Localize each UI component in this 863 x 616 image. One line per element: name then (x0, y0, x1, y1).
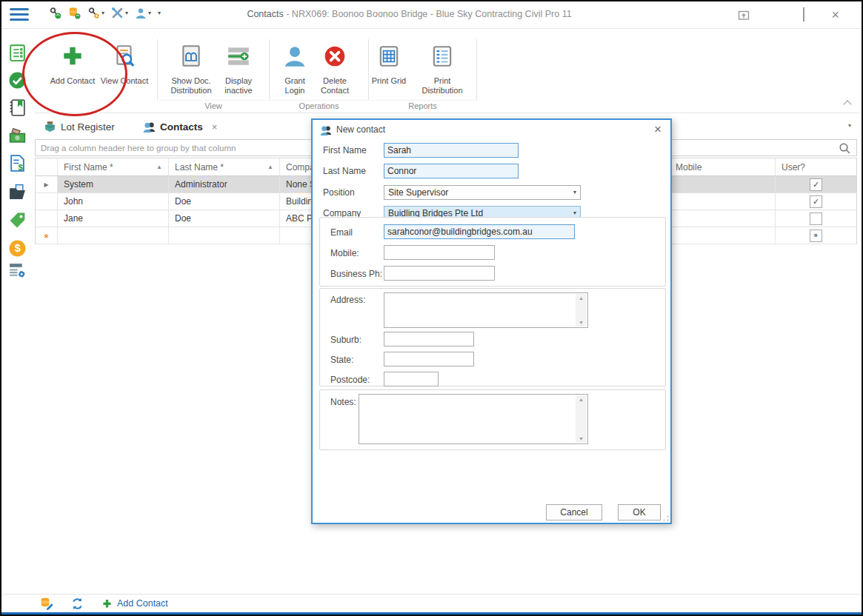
tab-contacts[interactable]: Contacts × (143, 121, 217, 133)
close-icon[interactable]: × (831, 10, 839, 20)
check-circle-icon[interactable] (8, 71, 27, 90)
last-name-label: Last Name (323, 166, 366, 176)
ribbon-separator (269, 39, 270, 100)
cell-first-name[interactable]: System (58, 176, 169, 192)
mobile-field[interactable] (384, 245, 495, 260)
sort-asc-icon: ▲ (156, 164, 162, 170)
key-settings-icon[interactable]: ▾ (87, 7, 104, 19)
business-phone-field[interactable] (384, 266, 495, 281)
maximize-icon[interactable] (803, 8, 804, 21)
display-inactive-button[interactable]: Displayinactive (213, 29, 264, 96)
cell-user[interactable]: ✓ (776, 176, 856, 192)
email-label: Email (330, 227, 353, 238)
ribbon-separator (476, 39, 477, 100)
cell-last-name[interactable] (169, 227, 280, 244)
database-sync-icon[interactable] (68, 7, 81, 19)
cell-first-name[interactable]: John (58, 193, 169, 210)
tab-lot-register[interactable]: Lot Register (44, 121, 115, 133)
dialog-close-icon[interactable]: × (654, 122, 662, 137)
show-doc-distribution-button[interactable]: Show Doc.Distribution (164, 29, 219, 96)
cell-last-name[interactable]: Doe (169, 210, 280, 227)
cell-mobile[interactable] (670, 176, 776, 192)
add-plus-icon (60, 44, 85, 69)
scrollbar[interactable]: ▲ ▼ (576, 294, 587, 327)
checkbox-checked[interactable]: ✓ (810, 195, 822, 208)
invoice-icon[interactable]: $ (8, 154, 27, 173)
suburb-field[interactable] (384, 332, 474, 346)
cell-first-name[interactable]: Jane (58, 210, 169, 227)
ribbon-collapse-icon[interactable] (844, 101, 851, 108)
grid-settings-icon[interactable] (8, 261, 27, 281)
tab-close-icon[interactable]: × (212, 121, 218, 133)
user-menu-icon[interactable]: ▾ (135, 7, 151, 19)
caret-down-icon: ▾ (573, 210, 576, 216)
ribbon-group-view: View (158, 100, 269, 113)
first-name-field[interactable] (384, 143, 519, 158)
cell-user[interactable]: ✓ (776, 193, 856, 210)
position-select[interactable]: Site Supervisor ▾ (384, 185, 581, 200)
scroll-down-icon[interactable]: ▼ (576, 436, 587, 441)
checkbox-checked[interactable]: ✓ (810, 178, 822, 191)
ribbon-group-operations: Operations (270, 100, 368, 113)
add-contact-button[interactable]: Add Contact (44, 29, 101, 86)
cell-last-name[interactable]: Administrator (169, 176, 280, 192)
column-header-user[interactable]: User? (776, 158, 856, 175)
scroll-down-icon[interactable]: ▼ (576, 320, 587, 325)
scroll-up-icon[interactable]: ▲ (576, 397, 587, 402)
column-header-mobile[interactable]: Mobile (670, 158, 776, 175)
cell-mobile[interactable] (670, 227, 776, 244)
folder-icon[interactable] (8, 183, 27, 202)
checklist-icon[interactable] (8, 44, 27, 63)
hamburger-menu-icon[interactable] (10, 8, 29, 21)
column-header-first-name[interactable]: First Name *▲ (58, 158, 169, 175)
print-grid-button[interactable]: Print Grid (361, 29, 417, 86)
cell-user[interactable] (776, 210, 856, 227)
tab-list-caret-icon[interactable]: ▾ (848, 123, 851, 129)
document-bridge-icon (179, 44, 204, 69)
address-textarea[interactable]: ▲ ▼ (384, 292, 588, 328)
resize-grip[interactable] (663, 515, 669, 521)
scroll-up-icon[interactable]: ▲ (576, 295, 587, 301)
cancel-button[interactable]: Cancel (546, 504, 602, 520)
dollar-circle-icon[interactable]: $ (8, 239, 27, 258)
cell-user[interactable]: ■ (776, 227, 856, 244)
edit-data-icon[interactable] (40, 597, 53, 610)
cell-mobile[interactable] (670, 193, 776, 210)
left-icon-sidebar: $ $ (1, 29, 34, 592)
checkbox-indeterminate[interactable]: ■ (810, 230, 822, 242)
delete-contact-button[interactable]: DeleteContact (313, 29, 356, 96)
caret-down-icon[interactable]: ▾ (101, 10, 104, 16)
column-header-last-name[interactable]: Last Name *▲ (169, 158, 280, 175)
dialog-title: New contact (336, 124, 385, 135)
last-name-field[interactable] (384, 164, 519, 178)
cell-first-name[interactable] (58, 227, 169, 244)
tag-icon[interactable] (8, 211, 27, 230)
view-contact-button[interactable]: View Contact (96, 29, 153, 86)
float-window-icon[interactable] (738, 9, 750, 21)
notes-textarea[interactable]: ▲ ▼ (359, 394, 588, 444)
cell-mobile[interactable] (670, 210, 776, 227)
caret-down-icon[interactable]: ▾ (125, 10, 128, 16)
status-add-contact-button[interactable]: Add Contact (101, 598, 168, 609)
print-distribution-button[interactable]: PrintDistribution (414, 29, 470, 96)
lot-register-icon (44, 121, 56, 133)
ok-button[interactable]: OK (618, 504, 661, 520)
window-title: Contacts - NRX069: Boonoo Boonoo Bridge … (150, 9, 669, 19)
postcode-field[interactable] (384, 372, 439, 386)
grant-login-button[interactable]: GrantLogin (273, 29, 316, 96)
state-field[interactable] (384, 352, 474, 366)
refresh-icon[interactable] (71, 597, 84, 610)
key-sync-icon[interactable] (49, 7, 61, 19)
cell-last-name[interactable]: Doe (169, 193, 280, 210)
email-field[interactable] (384, 224, 575, 239)
first-name-label: First Name (323, 145, 367, 155)
new-contact-dialog: New contact × First Name Last Name Posit… (311, 118, 672, 524)
scrollbar[interactable]: ▲ ▼ (576, 395, 587, 443)
mobile-label: Mobile: (330, 248, 359, 258)
search-icon[interactable] (839, 142, 851, 155)
checkbox-unchecked[interactable] (810, 212, 822, 225)
payment-hand-icon[interactable] (8, 126, 27, 145)
dialog-title-bar[interactable]: New contact × (313, 120, 670, 140)
tools-icon[interactable]: ▾ (111, 7, 128, 19)
notebook-icon[interactable] (8, 98, 27, 118)
